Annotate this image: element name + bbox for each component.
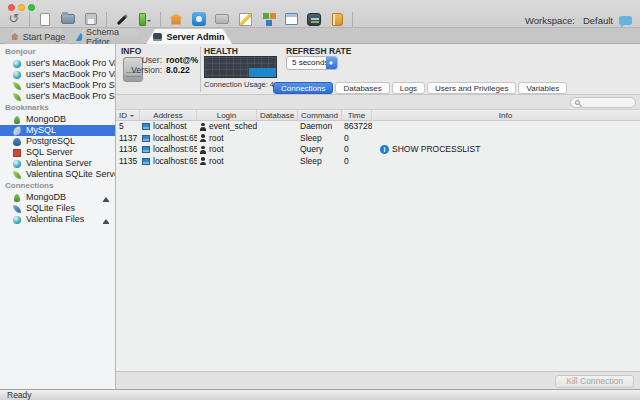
cell-login: root <box>197 133 257 145</box>
cell-command: Daemon <box>298 121 342 133</box>
sidebar-item-label: user's MacBook Pro Valentina <box>26 69 115 79</box>
note-icon[interactable] <box>237 11 253 27</box>
cell-database <box>257 121 298 133</box>
sidebar-item-connection-sqlite-files[interactable]: SQLite Files <box>0 203 115 214</box>
sqlite-icon <box>13 82 21 90</box>
cell-database <box>257 133 298 145</box>
app-window: ↺ Workspace: Default <box>0 0 640 400</box>
sidebar-item-mysql[interactable]: MySQL <box>0 125 115 136</box>
cell-command: Sleep <box>298 133 342 145</box>
toolbar-separator <box>106 12 107 27</box>
sidebar-item-label: user's MacBook Pro Valentina (S... <box>26 58 115 68</box>
user-icon <box>199 134 206 142</box>
sidebar-section-bookmarks: Bookmarks <box>0 102 115 114</box>
column-header-login[interactable]: Login <box>197 110 257 121</box>
sidebar: Bonjour user's MacBook Pro Valentina (S.… <box>0 44 116 389</box>
search-icon <box>575 100 580 105</box>
home-icon <box>11 33 19 40</box>
undo-icon[interactable]: ↺ <box>6 11 22 27</box>
workspace-value[interactable]: Default <box>583 15 613 26</box>
cell-id: 5 <box>116 121 140 133</box>
server-admin-content: INFO User: root@% Version: 8.0.22 HEALTH… <box>116 44 640 389</box>
user-icon <box>199 146 206 154</box>
refresh-rate-select[interactable]: 5 seconds <box>286 56 338 70</box>
table-row[interactable]: 1137 localhost:65247 root Sleep 0 <box>116 133 640 145</box>
sidebar-item-valentina-server[interactable]: Valentina Server <box>0 158 115 169</box>
battery-icon[interactable] <box>137 11 153 27</box>
user-icon <box>199 123 206 131</box>
health-title: HEALTH <box>204 46 238 56</box>
connections-table-body: 5 localhost event_scheduler Daemon 86372… <box>116 121 640 371</box>
cell-login: root <box>197 156 257 168</box>
search-input[interactable] <box>570 97 636 108</box>
kill-connection-button[interactable]: Kill Connection <box>555 375 634 388</box>
column-header-time[interactable]: Time <box>342 110 372 121</box>
table-row[interactable]: 1135 localhost:65245 root Sleep 0 <box>116 156 640 168</box>
close-window-button[interactable] <box>8 4 15 11</box>
sidebar-item-sql-server[interactable]: SQL Server <box>0 147 115 158</box>
panel-divider <box>200 47 201 92</box>
column-header-id[interactable]: ID <box>116 110 140 121</box>
sidebar-item-bonjour-sqlite-ssl[interactable]: user's MacBook Pro SQLite (SSL) <box>0 80 115 91</box>
cell-database <box>257 144 298 156</box>
cell-id: 1137 <box>116 133 140 145</box>
save-icon[interactable] <box>83 11 99 27</box>
cell-address: localhost:65245 <box>140 156 197 168</box>
sidebar-section-connections: Connections <box>0 180 115 192</box>
diagram-icon[interactable] <box>260 11 276 27</box>
open-folder-icon[interactable] <box>60 11 76 27</box>
minimize-window-button[interactable] <box>18 4 25 11</box>
mail-icon[interactable] <box>214 11 230 27</box>
sidebar-section-bonjour: Bonjour <box>0 46 115 58</box>
subtab-connections[interactable]: Connections <box>273 82 333 94</box>
report-icon[interactable] <box>329 11 345 27</box>
column-header-address[interactable]: Address <box>140 110 197 121</box>
cell-id: 1136 <box>116 144 140 156</box>
table-button-bar: Kill Connection <box>116 371 640 389</box>
sidebar-item-label: Valentina Files <box>26 214 84 224</box>
server-info-panel: INFO User: root@% Version: 8.0.22 HEALTH… <box>116 44 640 95</box>
sidebar-item-postgresql[interactable]: PostgreSQL <box>0 136 115 147</box>
sidebar-item-bonjour-valentina[interactable]: user's MacBook Pro Valentina <box>0 69 115 80</box>
tab-start-page[interactable]: Start Page <box>5 29 71 44</box>
subtab-databases[interactable]: Databases <box>335 82 389 94</box>
eject-icon[interactable] <box>102 194 110 202</box>
titlebar: ↺ Workspace: Default <box>0 0 640 28</box>
sidebar-item-mongodb[interactable]: MongoDB <box>0 114 115 125</box>
zoom-window-button[interactable] <box>28 4 35 11</box>
tab-schema-editor[interactable]: Schema Editor <box>74 29 144 44</box>
sidebar-item-valentina-sqlite-server[interactable]: Valentina SQLite Server <box>0 169 115 180</box>
column-header-command[interactable]: Command <box>298 110 342 121</box>
cell-info <box>372 121 639 133</box>
tab-server-admin[interactable]: Server Admin <box>146 29 232 44</box>
main-toolbar: ↺ <box>6 11 353 27</box>
cell-command: Sleep <box>298 156 342 168</box>
server-admin-icon[interactable] <box>306 11 322 27</box>
sidebar-item-connection-valentina-files[interactable]: Valentina Files <box>0 214 115 225</box>
table-row[interactable]: 1136 localhost:65246 root Query 0 SHOW <box>116 144 640 156</box>
sidebar-item-bonjour-sqlite[interactable]: user's MacBook Pro SQLite <box>0 91 115 102</box>
workspace-chat-icon[interactable] <box>619 16 632 25</box>
schema-editor-icon[interactable] <box>191 11 207 27</box>
pen-icon[interactable] <box>114 11 130 27</box>
subtab-users-privileges[interactable]: Users and Privileges <box>427 82 516 94</box>
eject-icon[interactable] <box>102 216 110 224</box>
new-file-icon[interactable] <box>37 11 53 27</box>
tab-label: Start Page <box>23 32 66 42</box>
user-value: root@% <box>166 55 198 65</box>
sidebar-item-connection-mongodb[interactable]: MongoDB <box>0 192 115 203</box>
toolbar-separator <box>29 12 30 27</box>
subtab-variables[interactable]: Variables <box>518 82 567 94</box>
host-icon <box>142 123 150 130</box>
workspace-label: Workspace: <box>525 15 575 26</box>
table-row[interactable]: 5 localhost event_scheduler Daemon 86372… <box>116 121 640 133</box>
valentina-bonjour-icon <box>13 71 21 79</box>
grid-window-icon[interactable] <box>283 11 299 27</box>
sidebar-item-bonjour-valentina-ssl[interactable]: user's MacBook Pro Valentina (S... <box>0 58 115 69</box>
column-header-database[interactable]: Database <box>257 110 298 121</box>
sidebar-item-label: SQLite Files <box>26 203 75 213</box>
home-icon[interactable] <box>168 11 184 27</box>
column-header-info[interactable]: Info <box>372 110 639 121</box>
subtab-logs[interactable]: Logs <box>392 82 425 94</box>
tab-label: Server Admin <box>166 32 224 42</box>
